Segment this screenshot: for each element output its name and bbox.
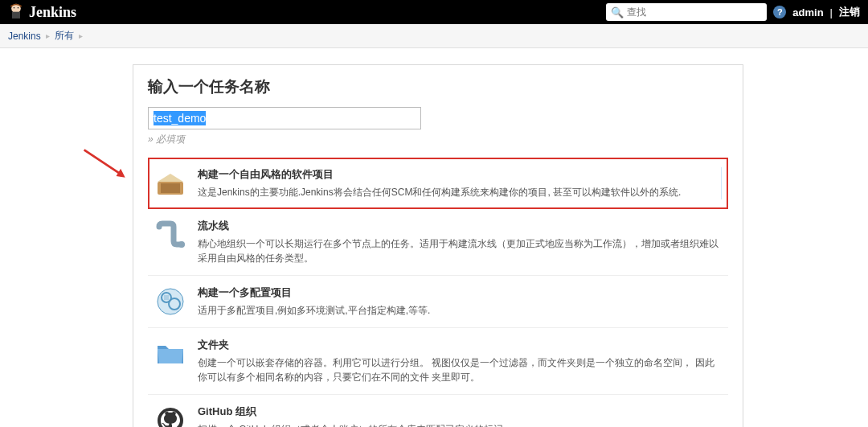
breadcrumb-all[interactable]: 所有: [55, 29, 74, 43]
jenkins-logo-text: Jenkins: [29, 4, 76, 21]
item-name-value: test_demo: [154, 111, 206, 125]
svg-point-3: [18, 7, 19, 9]
item-body: 构建一个多配置项目 适用于多配置项目,例如多环境测试,平台指定构建,等等.: [198, 285, 722, 318]
github-icon: [154, 404, 186, 427]
breadcrumb: Jenkins ▸ 所有 ▸: [0, 24, 868, 48]
item-title: 构建一个多配置项目: [198, 285, 722, 300]
main-area: 输入一个任务名称 test_demo » 必填项 构建一个自由风格的软件项目 这…: [0, 48, 868, 427]
user-link[interactable]: admin: [792, 6, 823, 18]
svg-line-4: [84, 150, 121, 174]
item-body: 构建一个自由风格的软件项目 这是Jenkins的主要功能.Jenkins将会结合…: [198, 167, 722, 199]
jenkins-logo-icon: [8, 2, 24, 22]
search-input[interactable]: [627, 6, 762, 18]
svg-rect-1: [12, 12, 20, 18]
item-multiconfig[interactable]: 构建一个多配置项目 适用于多配置项目,例如多环境测试,平台指定构建,等等.: [148, 276, 728, 328]
item-github-org[interactable]: GitHub 组织 扫描一个 GitHub 组织（或者个人账户）的所有仓库来匹配…: [148, 395, 728, 427]
item-title: 流水线: [198, 219, 722, 233]
page-title: 输入一个任务名称: [148, 76, 728, 97]
svg-rect-7: [161, 183, 180, 193]
jenkins-logo[interactable]: Jenkins: [8, 2, 76, 22]
item-pipeline[interactable]: 流水线 精心地组织一个可以长期运行在多个节点上的任务。适用于构建流水线（更加正式…: [148, 209, 728, 276]
item-desc: 精心地组织一个可以长期运行在多个节点上的任务。适用于构建流水线（更加正式地应当称…: [198, 236, 722, 265]
item-title: GitHub 组织: [198, 404, 722, 419]
item-name-input[interactable]: test_demo: [148, 107, 421, 129]
breadcrumb-jenkins[interactable]: Jenkins: [8, 31, 41, 42]
content-panel: 输入一个任务名称 test_demo » 必填项 构建一个自由风格的软件项目 这…: [133, 64, 743, 427]
search-icon: 🔍: [611, 6, 624, 18]
item-title: 构建一个自由风格的软件项目: [198, 167, 721, 182]
help-icon[interactable]: ?: [773, 6, 786, 18]
svg-marker-5: [117, 169, 125, 178]
multiconfig-icon: [154, 285, 186, 318]
folder-icon: [154, 338, 186, 370]
header-separator: |: [830, 6, 833, 18]
header-bar: Jenkins 🔍 ? admin | 注销: [0, 0, 868, 24]
item-desc: 创建一个可以嵌套存储的容器。利用它可以进行分组。 视图仅仅是一个过滤器，而文件夹…: [198, 355, 722, 384]
item-body: GitHub 组织 扫描一个 GitHub 组织（或者个人账户）的所有仓库来匹配…: [198, 404, 722, 427]
item-freestyle[interactable]: 构建一个自由风格的软件项目 这是Jenkins的主要功能.Jenkins将会结合…: [148, 158, 728, 209]
item-body: 流水线 精心地组织一个可以长期运行在多个节点上的任务。适用于构建流水线（更加正式…: [198, 219, 722, 265]
item-folder[interactable]: 文件夹 创建一个可以嵌套存储的容器。利用它可以进行分组。 视图仅仅是一个过滤器，…: [148, 328, 728, 395]
pipeline-icon: [154, 219, 186, 251]
svg-rect-12: [164, 295, 169, 300]
logout-link[interactable]: 注销: [839, 5, 860, 19]
required-hint: » 必填项: [148, 133, 728, 146]
search-box[interactable]: 🔍: [606, 3, 767, 21]
item-body: 文件夹 创建一个可以嵌套存储的容器。利用它可以进行分组。 视图仅仅是一个过滤器，…: [198, 338, 722, 384]
item-desc: 适用于多配置项目,例如多环境测试,平台指定构建,等等.: [198, 303, 722, 318]
freestyle-icon: [154, 167, 186, 199]
svg-point-2: [14, 7, 15, 9]
item-title: 文件夹: [198, 338, 722, 352]
breadcrumb-sep-icon: ▸: [79, 31, 83, 40]
item-desc: 扫描一个 GitHub 组织（或者个人账户）的所有仓库来匹配已定义的标记。: [198, 422, 722, 427]
svg-point-8: [178, 241, 185, 248]
header-right: 🔍 ? admin | 注销: [606, 3, 860, 21]
breadcrumb-sep-icon: ▸: [46, 31, 50, 40]
item-name-wrapper: test_demo: [148, 107, 728, 129]
red-arrow-annotation: [80, 145, 133, 185]
item-desc: 这是Jenkins的主要功能.Jenkins将会结合任何SCM和任何构建系统来构…: [198, 185, 721, 199]
